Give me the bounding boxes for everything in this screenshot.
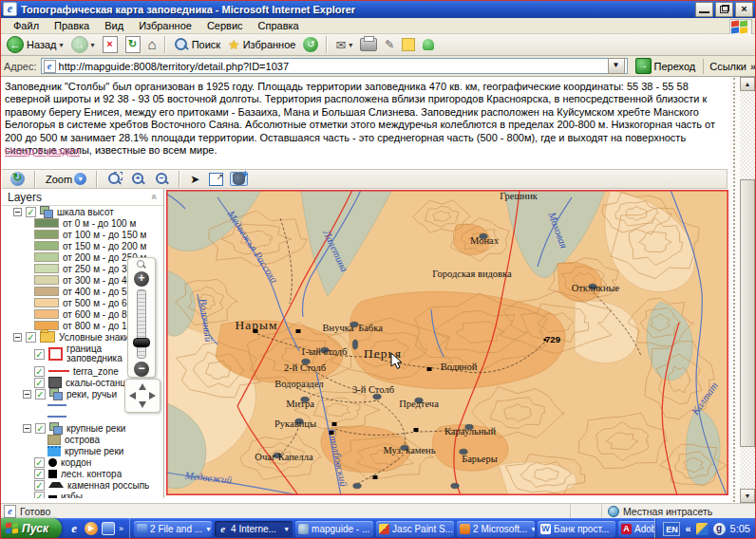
forward-dropdown-icon[interactable]: ▾ [91,41,95,49]
symbol-label: лесн. контора [61,469,122,479]
expander-icon[interactable] [23,390,31,399]
stop-button[interactable]: × [100,35,121,54]
zoom-out-button[interactable]: − [152,171,172,187]
back-button[interactable]: ← Назад ▾ [4,35,66,54]
slider-thumb[interactable] [133,338,150,347]
notes-button[interactable] [399,37,418,52]
stop-icon: × [103,36,118,53]
place-label: Бабка [358,323,383,333]
edit-button[interactable]: ✎ [382,37,397,52]
taskbar-clock[interactable]: 5:05 [730,523,750,534]
zoom-dropdown-button[interactable]: Zoom ▼ [43,172,89,186]
slider-track[interactable] [137,289,146,359]
pan-left-arrow[interactable] [129,392,136,400]
map-viewport[interactable]: ГрешникМонахГородская видовкаОткликныеНа… [166,190,728,495]
refresh-button[interactable]: ↻ [123,35,143,54]
address-dropdown-icon[interactable]: ▼ [608,58,625,74]
menu-item[interactable]: Избранное [131,19,199,32]
layer-checkbox[interactable]: ✓ [34,469,45,479]
quick-launch-chevron-icon[interactable]: » [119,524,123,533]
zoom-in-button[interactable]: + [128,171,148,187]
menu-item[interactable]: Сервис [199,19,251,32]
legend-row: от 150 м - до 200 м [2,240,163,251]
panel-resize-gutter[interactable] [729,78,739,502]
slider-zoom-out-button[interactable]: − [134,362,149,377]
zoom-window-button[interactable] [104,171,124,187]
expander-icon[interactable] [13,333,22,342]
forward-button[interactable]: → ▾ [68,35,98,54]
address-bar: Адрес: e ▼ → Переход Ссылки » [0,56,756,77]
taskbar-button[interactable]: Adobe Read... [618,521,654,537]
layer-checkbox[interactable]: ✓ [35,423,46,434]
layer-checkbox[interactable]: ✓ [34,492,45,499]
slider-zoom-in-button[interactable]: + [134,271,149,287]
scroll-up-button[interactable]: ▲ [740,77,755,91]
quick-launch-ie-icon[interactable]: e [67,522,81,535]
tray-chevron-icon[interactable]: « [685,523,690,534]
layer-checkbox[interactable]: ✓ [35,389,46,400]
messenger-button[interactable] [420,38,437,51]
history-button[interactable]: ↺ [300,36,321,53]
layer-checkbox[interactable]: ✓ [34,480,45,491]
menu-item[interactable]: Правка [47,19,97,32]
layer-checkbox[interactable]: ✓ [26,207,36,217]
taskbar-button[interactable]: Jasc Paint S... [376,521,454,537]
pan-right-arrow[interactable] [149,392,156,400]
symbol-label: острова [65,435,100,445]
quick-launch-media-icon[interactable]: ▶ [85,522,98,535]
layer-checkbox[interactable]: ✓ [34,366,45,377]
expander-icon[interactable] [13,208,22,216]
search-button[interactable]: Поиск [171,36,223,53]
taskbar-button[interactable]: mapguide - ... [295,521,373,537]
favorites-button[interactable]: ★ Избранное [225,36,298,53]
scroll-down-button[interactable]: ▼ [740,489,755,503]
select-area-button[interactable] [206,172,226,187]
pan-zoom-button[interactable] [230,172,248,186]
language-indicator[interactable]: EN [663,522,680,536]
back-label: Назад [27,39,57,50]
print-button[interactable] [357,37,380,52]
quick-launch-desktop-icon[interactable] [102,522,115,535]
taskbar-button-label: 4 Interne... [231,524,276,534]
menu-item[interactable]: Файл [6,19,47,32]
menu-item[interactable]: Вид [97,19,131,32]
zoom-dropdown-icon: ▼ [74,173,86,185]
select-button[interactable]: ➤ [187,172,202,187]
zone-text: Местная интрасеть [623,506,712,517]
back-to-section-link[interactable]: Назад в раздел [5,145,80,157]
mail-dropdown-icon[interactable]: ▾ [349,41,352,49]
zoom-in-icon: + [131,172,145,186]
pan-up-arrow[interactable] [139,383,146,390]
menu-item[interactable]: Справка [251,19,307,32]
vertical-scrollbar[interactable]: ▲ ▼ [740,77,755,503]
start-button[interactable]: Пуск [0,518,62,539]
toolbar-separator [326,36,328,53]
home-button[interactable]: ⌂ [145,36,160,53]
layer-checkbox[interactable]: ✓ [34,349,45,360]
mail-button[interactable]: ✉▾ [332,37,355,53]
tray-icon-2[interactable]: g [713,523,726,535]
minimize-button[interactable] [695,2,713,17]
expander-icon[interactable] [23,424,31,433]
address-input[interactable] [59,60,605,73]
topographic-map[interactable]: ГрешникМонахГородская видовкаОткликныеНа… [166,190,728,495]
taskbar-button[interactable]: 2 Microsoft...▼ [457,521,535,537]
taskbar-button[interactable]: Банк прост... [538,521,615,537]
taskbar-button[interactable]: e4 Interne...▼ [215,521,293,537]
scroll-thumb[interactable] [740,179,755,447]
close-button[interactable]: × [735,2,753,17]
go-button[interactable]: → Переход [632,57,700,75]
symbol-label: terra_zone [73,366,119,377]
back-dropdown-icon[interactable]: ▾ [60,41,64,49]
pan-down-arrow[interactable] [139,401,146,408]
collapse-panel-icon[interactable]: « [150,195,161,200]
tray-icon-1[interactable] [696,523,709,535]
layer-checkbox[interactable]: ✓ [34,457,45,468]
legend-row: от 100 м - до 150 м [2,229,163,240]
layer-checkbox[interactable]: ✓ [34,378,45,388]
taskbar-button[interactable]: 2 File and ...▼ [134,521,212,537]
layer-checkbox[interactable]: ✓ [26,332,36,343]
links-button[interactable]: Ссылки » [703,59,756,74]
map-refresh-button[interactable] [8,171,28,187]
restore-button[interactable] [715,2,733,17]
